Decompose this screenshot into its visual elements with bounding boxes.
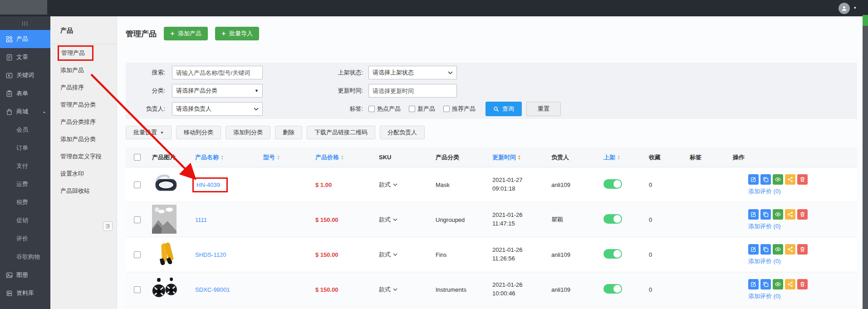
edit-button[interactable] — [748, 279, 759, 289]
submenu-item-product-category-sort[interactable]: 产品分类排序 — [50, 113, 117, 131]
edit-button[interactable] — [748, 209, 759, 220]
sidebar-item-mall[interactable]: 商城▲ — [0, 103, 50, 121]
user-avatar[interactable] — [839, 3, 850, 14]
share-button[interactable] — [785, 279, 795, 289]
sort-carets-icon[interactable]: ▲▼ — [617, 155, 620, 160]
delete-button[interactable] — [797, 174, 808, 185]
column-header-updated[interactable]: 更新时间▲▼ — [489, 153, 548, 162]
sidebar-item-orders[interactable]: 订单 — [0, 139, 50, 157]
row-checkbox[interactable] — [134, 181, 141, 188]
status-toggle[interactable] — [603, 249, 622, 259]
sort-carets-icon[interactable]: ▲▼ — [221, 155, 224, 160]
sku-dropdown[interactable]: 款式 — [379, 181, 397, 189]
scroll-top-button[interactable] — [863, 15, 868, 26]
submenu-item-manage-products[interactable]: 管理产品 — [50, 44, 117, 62]
sidebar-item-reviews[interactable]: 评价 — [0, 230, 50, 248]
sidebar-item-keywords[interactable]: 关键词 — [0, 66, 50, 84]
search-input[interactable] — [172, 66, 263, 79]
select-all-checkbox[interactable] — [134, 154, 141, 161]
row-checkbox[interactable] — [134, 286, 141, 293]
view-button[interactable] — [773, 279, 783, 289]
sidebar-collapse-button[interactable]: ||| — [0, 16, 50, 30]
sidebar-item-payment[interactable]: 支付 — [0, 157, 50, 175]
submenu-item-add-product[interactable]: 添加产品 — [50, 62, 117, 79]
sidebar-item-albums[interactable]: 图册 — [0, 266, 50, 284]
delete-button[interactable] — [797, 209, 808, 220]
sidebar-item-articles[interactable]: 文章 — [0, 48, 50, 66]
view-button[interactable] — [773, 209, 783, 220]
toolbar-delete-button[interactable]: 删除 — [275, 126, 302, 139]
sort-carets-icon[interactable]: ▲▼ — [277, 155, 280, 160]
add-review-link[interactable]: 添加评价 (0) — [748, 292, 781, 300]
product-name-link[interactable]: SHDS-1120 — [195, 251, 226, 258]
view-button[interactable] — [773, 174, 783, 185]
sidebar-item-shipping[interactable]: 运费 — [0, 175, 50, 193]
tag-checkbox-2[interactable]: 新产品 — [409, 105, 435, 113]
sidebar-item-forms[interactable]: 表单 — [0, 84, 50, 103]
sidebar-item-members[interactable]: 会员 — [0, 121, 50, 139]
toolbar-move-to-category-button[interactable]: 移动到分类 — [176, 126, 221, 139]
delete-button[interactable] — [797, 244, 808, 255]
delete-button[interactable] — [797, 279, 808, 289]
sku-dropdown[interactable]: 款式 — [379, 285, 397, 294]
share-button[interactable] — [785, 244, 795, 255]
copy-button[interactable] — [760, 279, 771, 289]
column-header-name[interactable]: 产品名称▲▼ — [191, 153, 260, 162]
toolbar-assign-owner-button[interactable]: 分配负责人 — [380, 126, 425, 139]
submenu-item-manage-product-categories[interactable]: 管理产品分类 — [50, 96, 117, 113]
submenu-item-watermark[interactable]: 设置水印 — [50, 165, 117, 182]
toolbar-download-link-qrcode-button[interactable]: 下载产品链接二维码 — [307, 126, 375, 139]
column-header-status[interactable]: 上架▲▼ — [600, 153, 645, 162]
row-checkbox[interactable] — [134, 216, 141, 223]
scrollbar[interactable] — [863, 16, 868, 309]
sort-carets-icon[interactable]: ▲▼ — [341, 155, 344, 160]
logo-area — [0, 0, 47, 15]
sidebar-item-products[interactable]: 产品 — [0, 30, 50, 48]
share-button[interactable] — [785, 174, 795, 185]
share-button[interactable] — [785, 209, 795, 220]
view-button[interactable] — [773, 244, 783, 255]
status-toggle[interactable] — [603, 284, 622, 294]
tag-checkbox-3[interactable]: 推荐产品 — [443, 105, 476, 113]
copy-button[interactable] — [760, 209, 771, 220]
sidebar-item-library[interactable]: 资料库 — [0, 284, 50, 302]
submenu-item-manage-custom-fields[interactable]: 管理自定义字段 — [50, 148, 117, 165]
add-review-link[interactable]: 添加评价 (0) — [748, 257, 781, 265]
query-button[interactable]: 查询 — [485, 102, 522, 116]
row-checkbox[interactable] — [134, 251, 141, 258]
sort-carets-icon[interactable]: ▲▼ — [518, 155, 521, 160]
status-toggle[interactable] — [603, 214, 622, 224]
sidebar-item-google-shopping[interactable]: 谷歌购物 — [0, 248, 50, 266]
copy-button[interactable] — [760, 174, 771, 185]
add-review-link[interactable]: 添加评价 (0) — [748, 187, 781, 196]
submenu-collapse-button[interactable] — [103, 221, 113, 231]
column-header-model[interactable]: 型号▲▼ — [260, 153, 312, 162]
product-name-link[interactable]: HN-4039 — [192, 177, 228, 192]
column-header-price[interactable]: 产品价格▲▼ — [312, 153, 375, 162]
submenu-item-add-product-category[interactable]: 添加产品分类 — [50, 131, 117, 148]
owner-select[interactable]: 请选择负责人 — [172, 102, 263, 116]
edit-button[interactable] — [748, 174, 759, 185]
updated-time-input[interactable] — [368, 84, 457, 98]
reset-button[interactable]: 重置 — [526, 102, 561, 116]
tag-checkbox-1[interactable]: 热点产品 — [368, 105, 401, 113]
add-review-link[interactable]: 添加评价 (0) — [748, 222, 781, 231]
submenu-item-recycle-bin[interactable]: 产品回收站 — [50, 182, 117, 200]
status-select[interactable]: 请选择上架状态 — [368, 66, 457, 79]
batch-import-button[interactable]: 批量导入 — [215, 27, 259, 40]
copy-button[interactable] — [760, 244, 771, 255]
user-menu-caret-icon[interactable]: ▾ — [854, 5, 856, 10]
submenu-item-product-sort[interactable]: 产品排序 — [50, 79, 117, 96]
status-toggle[interactable] — [603, 179, 622, 189]
sidebar-item-tax[interactable]: 税费 — [0, 193, 50, 211]
add-product-button[interactable]: 添加产品 — [164, 27, 208, 40]
product-name-link[interactable]: SDXC-98001 — [195, 286, 230, 293]
product-name-link[interactable]: 1111 — [195, 216, 207, 223]
edit-button[interactable] — [748, 244, 759, 255]
sku-dropdown[interactable]: 款式 — [379, 216, 397, 224]
category-select[interactable]: 请选择产品分类 ▼ — [172, 84, 263, 98]
sku-dropdown[interactable]: 款式 — [379, 250, 397, 259]
toolbar-add-to-category-button[interactable]: 添加到分类 — [226, 126, 270, 139]
sidebar-item-promotion[interactable]: 促销 — [0, 211, 50, 230]
toolbar-batch-settings-button[interactable]: 批量设置▼ — [126, 126, 172, 139]
